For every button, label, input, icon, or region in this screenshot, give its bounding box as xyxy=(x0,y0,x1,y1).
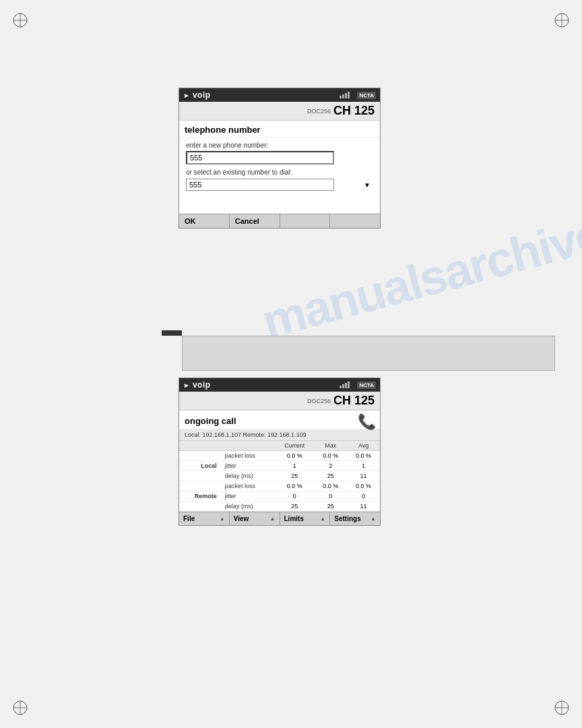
max-value: 2 xyxy=(314,461,347,471)
info-bar xyxy=(182,336,555,371)
dialog1-spacer xyxy=(179,193,380,214)
limits-menu[interactable]: Limits ▲ xyxy=(280,512,331,525)
view-menu-arrow: ▲ xyxy=(270,516,276,522)
dialog2-header-left: ► voip xyxy=(183,380,211,390)
limits-menu-arrow: ▲ xyxy=(320,516,325,522)
section-label: Local xyxy=(179,461,220,471)
current-value: 25 xyxy=(275,471,314,481)
dialog2-doc: DOC256 xyxy=(307,398,331,404)
table-header-row: Current Max Avg xyxy=(179,441,380,451)
call-stats-table: Current Max Avg packet loss 0.0 % 0.0 % … xyxy=(179,441,380,512)
current-value: 0 xyxy=(275,491,314,502)
separator-bar xyxy=(162,330,182,336)
section-label: Remote xyxy=(179,491,220,502)
metric-label: delay (ms) xyxy=(220,471,275,481)
arrow-icon: ► xyxy=(183,92,190,99)
ncta-badge: NCTA xyxy=(357,92,376,99)
phone-number-input[interactable] xyxy=(186,151,334,164)
call-stats-container: Current Max Avg packet loss 0.0 % 0.0 % … xyxy=(179,441,380,512)
table-row: packet loss 0.0 % 0.0 % 0.0 % xyxy=(179,451,380,461)
avg-value: 0.0 % xyxy=(347,481,380,491)
ongoing-call-dialog: ► voip NCTA DOC256 CH 125 ongoing call 📞… xyxy=(179,377,381,526)
avg-value: 0 xyxy=(347,491,380,502)
dialog1-footer: OK Cancel xyxy=(179,214,380,228)
section-label xyxy=(179,481,220,491)
file-menu-arrow: ▲ xyxy=(220,516,225,522)
dialog1-page-title: telephone number xyxy=(179,121,380,138)
svg-rect-15 xyxy=(348,92,350,98)
settings-menu-arrow: ▲ xyxy=(370,516,376,522)
footer-btn-3 xyxy=(280,214,331,228)
col-max: Max xyxy=(314,441,347,451)
current-value: 1 xyxy=(275,461,314,471)
metric-label: packet loss xyxy=(220,481,275,491)
dialog2-channel: CH 125 xyxy=(333,394,375,408)
corner-mark-bl xyxy=(12,700,28,716)
svg-rect-19 xyxy=(348,382,350,388)
avg-value: 11 xyxy=(347,471,380,481)
metric-label: jitter xyxy=(220,461,275,471)
dialog1-header-left: ► voip xyxy=(183,90,211,100)
dialog1-body: enter a new phone number: or select an e… xyxy=(179,138,380,193)
table-row: Local jitter 1 2 1 xyxy=(179,461,380,471)
dialog1-doc: DOC256 xyxy=(307,108,331,115)
corner-mark-tl xyxy=(12,12,28,28)
max-value: 0 xyxy=(314,491,347,502)
phone-icon: 📞 xyxy=(358,413,376,431)
phone-select-wrapper: 555 ▼ xyxy=(186,178,373,191)
dialog1-header: ► voip NCTA xyxy=(179,88,380,102)
call-address-bar: Local: 192.168.1.107 Remote: 192.168.1.1… xyxy=(179,429,380,441)
max-value: 0.0 % xyxy=(314,451,347,461)
metric-label: packet loss xyxy=(220,451,275,461)
table-row: Remote jitter 0 0 0 xyxy=(179,491,380,502)
svg-rect-18 xyxy=(345,383,347,388)
current-value: 25 xyxy=(275,502,314,512)
svg-rect-14 xyxy=(345,93,347,98)
section-label xyxy=(179,471,220,481)
dialog2-header-right: NCTA xyxy=(340,382,376,389)
dialog1-header-right: NCTA xyxy=(340,92,376,99)
select-label: or select an existing number to dial: xyxy=(186,169,373,176)
col-current: Current xyxy=(275,441,314,451)
avg-value: 1 xyxy=(347,461,380,471)
max-value: 25 xyxy=(314,502,347,512)
corner-mark-tr xyxy=(554,12,570,28)
enter-label: enter a new phone number: xyxy=(186,142,373,149)
dialog2-menu-bar: File ▲ View ▲ Limits ▲ Settings ▲ xyxy=(179,512,380,525)
col-section xyxy=(179,441,220,451)
settings-menu[interactable]: Settings ▲ xyxy=(330,512,380,525)
metric-label: jitter xyxy=(220,491,275,502)
signal-icon-2 xyxy=(340,382,354,388)
select-arrow-icon: ▼ xyxy=(364,181,370,188)
table-row: packet loss 0.0 % 0.0 % 0.0 % xyxy=(179,481,380,491)
signal-icon xyxy=(340,92,354,98)
current-value: 0.0 % xyxy=(275,451,314,461)
col-metric xyxy=(220,441,275,451)
current-value: 0.0 % xyxy=(275,481,314,491)
section-label xyxy=(179,451,220,461)
telephone-number-dialog: ► voip NCTA DOC256 CH 125 telephone numb… xyxy=(179,88,381,229)
corner-mark-br xyxy=(554,700,570,716)
col-avg: Avg xyxy=(347,441,380,451)
ongoing-call-title-area: ongoing call 📞 xyxy=(179,411,380,429)
ongoing-call-title: ongoing call xyxy=(185,416,236,426)
table-row: delay (ms) 25 25 11 xyxy=(179,471,380,481)
call-address: Local: 192.168.1.107 Remote: 192.168.1.1… xyxy=(185,431,306,438)
view-menu[interactable]: View ▲ xyxy=(230,512,280,525)
phone-select[interactable]: 555 xyxy=(186,179,334,191)
table-row: delay (ms) 25 25 11 xyxy=(179,502,380,512)
max-value: 25 xyxy=(314,471,347,481)
svg-rect-13 xyxy=(342,94,344,98)
dialog2-header: ► voip NCTA xyxy=(179,378,380,392)
dialog2-subheader: DOC256 CH 125 xyxy=(179,392,380,411)
section-label xyxy=(179,502,220,512)
arrow-icon-2: ► xyxy=(183,382,190,389)
dialog2-title: voip xyxy=(193,380,211,390)
cancel-button[interactable]: Cancel xyxy=(230,214,280,228)
file-menu[interactable]: File ▲ xyxy=(179,512,230,525)
avg-value: 11 xyxy=(347,502,380,512)
dialog1-channel: CH 125 xyxy=(333,104,375,118)
ok-button[interactable]: OK xyxy=(179,214,230,228)
svg-rect-17 xyxy=(342,384,344,388)
svg-rect-16 xyxy=(340,386,342,388)
